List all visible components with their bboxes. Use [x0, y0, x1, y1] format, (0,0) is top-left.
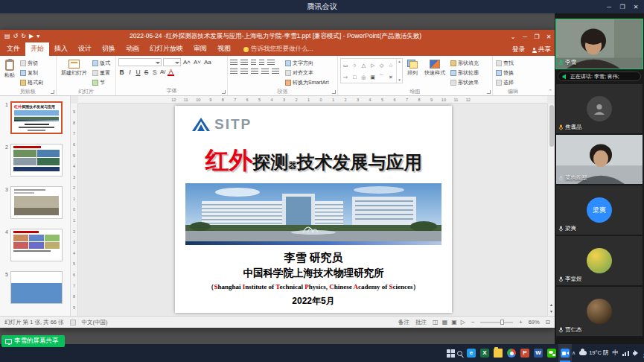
login-button[interactable]: 登录: [512, 45, 525, 54]
slide-thumbnail-3[interactable]: 3: [3, 186, 70, 219]
minimize-button[interactable]: ─: [602, 0, 616, 13]
hidden-icons-caret[interactable]: ∧: [572, 350, 576, 356]
numbering-icon[interactable]: [240, 60, 248, 66]
slide-canvas[interactable]: SITP 红外探测器技术发展与应用: [175, 106, 452, 313]
taskbar-app-excel[interactable]: X: [478, 344, 491, 362]
shape-fill-button[interactable]: 形状填充: [450, 60, 479, 67]
shape-3-icon[interactable]: ▷: [371, 63, 374, 68]
scroll-up-icon[interactable]: ▲: [549, 302, 553, 307]
shape-1-icon[interactable]: ○: [353, 63, 356, 68]
slide-thumbnail-1[interactable]: 1红外探测技术发展与应用: [3, 101, 70, 134]
shape-11-icon[interactable]: ✕: [389, 74, 393, 80]
fit-slide-button[interactable]: ⊡: [546, 319, 550, 326]
justify-icon[interactable]: [261, 69, 269, 74]
zoom-slider[interactable]: [480, 322, 513, 323]
close-button[interactable]: ✕: [543, 30, 555, 43]
weather-widget[interactable]: 19°C 阴: [579, 349, 608, 357]
shape-6-icon[interactable]: ⇨: [343, 74, 348, 80]
reading-view-icon[interactable]: ▣: [451, 319, 457, 326]
customize-quick-access-icon[interactable]: ▾: [36, 34, 39, 39]
participant-tile-菜狗阎壁[interactable]: 菜狗阎壁: [556, 135, 643, 184]
taskbar-app-powerpoint[interactable]: P: [518, 344, 532, 362]
zoom-slider-knob[interactable]: [500, 320, 504, 325]
slideshow-view-icon[interactable]: ▷: [461, 319, 465, 326]
tab-设计[interactable]: 设计: [73, 42, 97, 56]
copy-button[interactable]: 复制: [20, 69, 43, 77]
slide-thumbnail-4[interactable]: 4: [3, 229, 70, 261]
undo-icon[interactable]: ↺: [13, 34, 19, 39]
indent-increase-icon[interactable]: [259, 60, 264, 66]
slide-thumbnail-2[interactable]: 2: [3, 144, 70, 177]
quick-styles-button[interactable]: 快速样式: [422, 58, 447, 77]
slide-thumbnail-5[interactable]: 5: [3, 271, 70, 304]
taskbar-app-tencent-meeting[interactable]: [558, 344, 572, 362]
scrollbar-thumb[interactable]: [549, 105, 554, 147]
tell-me-box[interactable]: 告诉我您想要做什么...: [243, 45, 313, 56]
restore-button[interactable]: ❐: [531, 30, 543, 43]
scroll-down-icon[interactable]: ▼: [549, 309, 553, 314]
smartart-button[interactable]: 转换为SmartArt: [285, 79, 329, 86]
taskbar-app-edge[interactable]: e: [465, 344, 478, 362]
close-button[interactable]: ✕: [629, 0, 643, 13]
participant-tile-李堂煜[interactable]: 李堂煜: [556, 236, 643, 285]
indent-decrease-icon[interactable]: [251, 60, 256, 66]
align-right-icon[interactable]: [251, 69, 258, 74]
align-left-icon[interactable]: [230, 69, 237, 74]
section-button[interactable]: 节: [92, 79, 110, 86]
zoom-level[interactable]: 69%: [529, 319, 540, 326]
taskbar-app-wechat[interactable]: [545, 344, 558, 362]
volume-icon[interactable]: [633, 350, 640, 356]
font-size-select[interactable]: [163, 58, 181, 66]
tab-切换[interactable]: 切换: [97, 42, 121, 56]
reset-button[interactable]: 重置: [92, 69, 110, 77]
text-direction-button[interactable]: 文字方向: [285, 60, 329, 67]
shape-2-icon[interactable]: △: [362, 63, 366, 68]
redo-icon[interactable]: ↻: [21, 34, 26, 39]
participant-tile-焦翥晶[interactable]: 焦翥晶: [556, 84, 643, 133]
maximize-button[interactable]: ❐: [616, 0, 629, 13]
tab-插入[interactable]: 插入: [49, 42, 73, 56]
shape-10-icon[interactable]: ⌒: [379, 74, 384, 80]
paragraph-dialog-launcher[interactable]: [332, 90, 336, 94]
taskbar-app-file-explorer[interactable]: [491, 344, 505, 362]
participant-tile-贾仁杰[interactable]: 贾仁杰: [556, 287, 643, 336]
shape-4-icon[interactable]: ◇: [380, 63, 383, 68]
start-slideshow-icon[interactable]: ▶: [29, 34, 34, 39]
tab-动画[interactable]: 动画: [121, 42, 144, 56]
slide-sorter-icon[interactable]: ▦: [442, 319, 448, 326]
shapes-gallery[interactable]: ▭○△▷◇☆⇨□◎▣⌒✕▲▼: [340, 58, 403, 83]
taskbar-app-word[interactable]: W: [532, 344, 545, 362]
font-color-button[interactable]: A: [168, 69, 174, 76]
participant-tile-梁爽[interactable]: 梁爽梁爽: [556, 185, 643, 235]
normal-view-icon[interactable]: ◫: [433, 319, 439, 326]
bold-button[interactable]: B: [118, 69, 125, 76]
comments-button[interactable]: 批注: [415, 319, 427, 326]
search-button[interactable]: [455, 344, 465, 362]
tab-审阅[interactable]: 审阅: [188, 42, 212, 56]
layout-button[interactable]: 版式: [92, 60, 110, 67]
align-center-icon[interactable]: [240, 69, 248, 74]
tab-幻灯片放映[interactable]: 幻灯片放映: [144, 42, 188, 56]
start-button[interactable]: [447, 344, 455, 362]
columns-icon[interactable]: [272, 69, 279, 74]
participant-tile-李雪[interactable]: 李雪: [556, 19, 643, 69]
paste-button[interactable]: 粘贴: [2, 58, 17, 80]
find-button[interactable]: 查找: [496, 60, 514, 67]
new-slide-button[interactable]: 新建幻灯片: [59, 58, 89, 77]
ribbon-display-options-icon[interactable]: ⌄: [507, 30, 519, 43]
zoom-in-button[interactable]: +: [519, 319, 522, 326]
font-name-select[interactable]: [118, 58, 162, 66]
character-spacing-button[interactable]: AV: [159, 69, 166, 76]
font-dialog-launcher[interactable]: [222, 90, 226, 94]
notes-button[interactable]: 备注: [398, 319, 409, 326]
shape-effects-button[interactable]: 形状效果: [450, 79, 479, 86]
arrange-button[interactable]: 排列: [405, 58, 420, 77]
tab-文件[interactable]: 文件: [1, 42, 25, 56]
collapse-ribbon-icon[interactable]: ⌃: [548, 89, 552, 95]
ime-indicator[interactable]: 中: [612, 349, 619, 358]
tab-视图[interactable]: 视图: [212, 42, 236, 56]
minimize-button[interactable]: ─: [519, 30, 531, 43]
shape-5-icon[interactable]: ☆: [389, 63, 393, 68]
zoom-out-button[interactable]: −: [471, 319, 474, 326]
clipboard-dialog-launcher[interactable]: [51, 90, 54, 94]
